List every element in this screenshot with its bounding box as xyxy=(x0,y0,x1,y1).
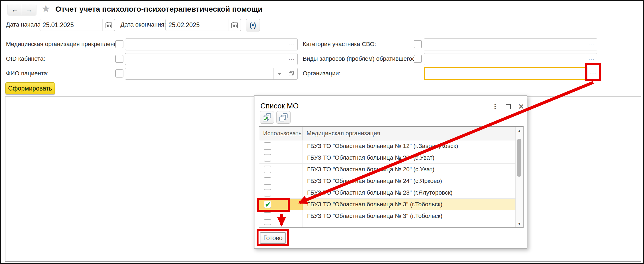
calendar-icon xyxy=(231,21,238,28)
row-org-name: ГБУЗ ТО "Областная больница № 3" (г.Тобо… xyxy=(303,213,515,220)
organizations-field-wrap xyxy=(424,67,587,80)
fio-dropdown-button[interactable] xyxy=(273,68,285,79)
table-row[interactable]: ГБУЗ ТО "Областная больница № 3" (г.Тобо… xyxy=(259,210,515,222)
fio-checkbox[interactable] xyxy=(115,69,123,78)
row-checkbox[interactable] xyxy=(264,166,271,173)
uncheck-all-icon xyxy=(279,113,288,122)
generate-report-button[interactable]: Сформировать xyxy=(5,82,55,94)
scroll-down-button[interactable]: ▼ xyxy=(516,220,523,227)
fio-input[interactable] xyxy=(125,68,273,79)
table-row[interactable]: ГБУЗ ТО "Областная больница № 20" (с.Ува… xyxy=(259,164,515,175)
table-row[interactable]: ГБУЗ ТО "Областная больница № 3" (г.Тобо… xyxy=(259,199,515,210)
row-checkbox[interactable] xyxy=(264,201,271,208)
row-org-name: ГБУЗ ТО "Областная больница № 20" (с.Ува… xyxy=(303,154,515,161)
svo-category-field-wrap: ... xyxy=(424,38,597,50)
svo-category-label: Категория участника СВО: xyxy=(303,38,376,50)
oid-checkbox[interactable] xyxy=(115,55,123,63)
med-org-field-wrap: ... xyxy=(125,38,298,50)
table-row[interactable]: ГБУЗ ТО "Областная больница № 20" (с.Ува… xyxy=(259,152,515,164)
oid-field-wrap: ... xyxy=(125,53,298,65)
chevron-down-icon xyxy=(277,73,282,75)
open-form-icon xyxy=(288,70,295,77)
date-end-calendar-button[interactable] xyxy=(228,19,241,31)
row-checkbox[interactable] xyxy=(264,177,271,185)
column-header-use[interactable]: Использовать xyxy=(259,127,303,140)
kebab-menu-icon: ⋮ xyxy=(492,102,499,111)
mo-list-dialog: Список МО ⋮ ✕ Использовать Медицинск xyxy=(254,95,527,249)
row-use-cell xyxy=(259,187,303,198)
organizations-label: Организации: xyxy=(303,67,340,80)
date-start-field-wrap xyxy=(40,19,115,31)
table-row[interactable]: ГБУЗ ТО "Областная больница № 12" (г.Зав… xyxy=(259,140,515,152)
organizations-input[interactable] xyxy=(425,68,586,79)
back-button[interactable]: ← xyxy=(8,4,22,15)
forward-arrow-icon: → xyxy=(25,5,33,14)
table-scrollbar[interactable]: ▲ ▼ xyxy=(515,127,523,227)
select-period-button[interactable]: (•) xyxy=(246,19,260,31)
dialog-menu-button[interactable]: ⋮ xyxy=(490,102,500,111)
row-use-cell xyxy=(259,164,303,175)
table-row-partial[interactable] xyxy=(259,222,515,227)
app-window: ← → ★ Отчет учета психолого-психотерапев… xyxy=(0,0,644,264)
uncheck-all-button[interactable] xyxy=(276,111,291,124)
row-use-cell xyxy=(259,152,303,163)
svo-category-input[interactable] xyxy=(424,39,586,50)
svo-category-checkbox[interactable] xyxy=(414,40,422,48)
med-org-label: Медицинская организация прикрепления: xyxy=(6,38,122,50)
dialog-maximize-button[interactable] xyxy=(503,102,513,111)
done-button[interactable]: Готово xyxy=(260,232,286,244)
row-checkbox[interactable] xyxy=(264,142,271,150)
fio-field-wrap xyxy=(125,68,298,80)
request-types-checkbox[interactable] xyxy=(414,55,422,63)
med-org-lookup-button[interactable]: ... xyxy=(286,39,297,50)
scroll-up-button[interactable]: ▲ xyxy=(516,127,523,134)
organizations-lookup-button[interactable]: ... xyxy=(588,67,599,80)
table-header: Использовать Медицинская организация xyxy=(259,127,523,140)
ellipsis-icon: ... xyxy=(289,55,295,61)
svo-category-lookup-button[interactable]: ... xyxy=(586,39,597,50)
scroll-up-icon: ▲ xyxy=(518,129,521,133)
row-org-name: ГБУЗ ТО "Областная больница № 20" (с.Ува… xyxy=(303,166,515,173)
dialog-title: Список МО xyxy=(260,102,299,110)
done-button-label: Готово xyxy=(263,234,282,242)
close-icon: ✕ xyxy=(518,102,524,111)
table-body: ГБУЗ ТО "Областная больница № 12" (г.Зав… xyxy=(259,140,515,227)
oid-input[interactable] xyxy=(125,53,286,65)
table-row[interactable]: ГБУЗ ТО "Областная больница № 24" (с.Ярк… xyxy=(259,175,515,187)
column-header-org[interactable]: Медицинская организация xyxy=(303,127,523,140)
dialog-close-button[interactable]: ✕ xyxy=(517,102,526,111)
nav-history-group: ← → xyxy=(8,4,36,15)
request-types-input[interactable] xyxy=(424,53,586,65)
request-types-lookup-button[interactable]: ... xyxy=(586,53,597,65)
forward-button[interactable]: → xyxy=(22,4,36,15)
med-org-checkbox[interactable] xyxy=(115,40,123,48)
date-start-input[interactable] xyxy=(40,19,102,31)
row-checkbox[interactable] xyxy=(264,189,271,197)
table-row[interactable]: ГБУЗ ТО "Областная больница № 23" (г.Ялу… xyxy=(259,187,515,199)
row-use-cell xyxy=(259,199,303,210)
date-start-calendar-button[interactable] xyxy=(102,19,115,31)
scrollbar-thumb[interactable] xyxy=(517,139,521,177)
favorite-star-icon[interactable]: ★ xyxy=(41,3,50,15)
calendar-icon xyxy=(105,21,112,28)
check-all-icon xyxy=(262,113,272,122)
back-arrow-icon: ← xyxy=(11,5,18,14)
check-all-button[interactable] xyxy=(260,111,274,124)
row-org-name: ГБУЗ ТО "Областная больница № 3" (г.Тобо… xyxy=(303,201,515,208)
fio-label: ФИО пациента: xyxy=(6,67,49,80)
row-use-cell xyxy=(259,140,303,152)
med-org-input[interactable] xyxy=(125,39,286,50)
oid-lookup-button[interactable]: ... xyxy=(286,53,297,65)
fio-open-button[interactable] xyxy=(285,68,297,79)
page-title: Отчет учета психолого-психотерапевтическ… xyxy=(55,5,263,14)
oid-label: OID кабинета: xyxy=(6,53,45,65)
row-checkbox[interactable] xyxy=(264,212,271,220)
date-end-label: Дата окончания: xyxy=(120,18,166,31)
maximize-icon xyxy=(506,104,511,109)
mo-table: Использовать Медицинская организация ГБУ… xyxy=(259,126,524,228)
row-use-cell xyxy=(259,210,303,222)
date-end-input[interactable] xyxy=(166,19,228,31)
row-org-name: ГБУЗ ТО "Областная больница № 24" (с.Ярк… xyxy=(303,178,515,185)
row-checkbox[interactable] xyxy=(264,224,271,227)
row-checkbox[interactable] xyxy=(264,154,271,162)
